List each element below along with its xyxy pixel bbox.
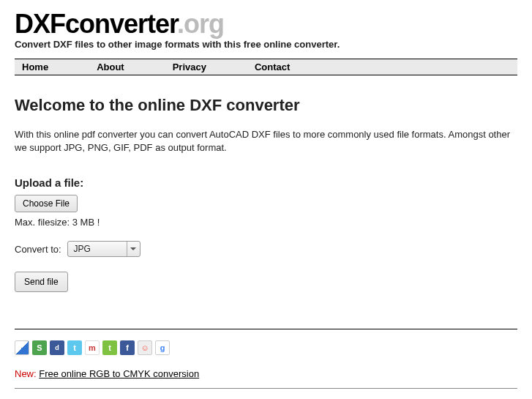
format-selected-value: JPG: [68, 244, 127, 254]
new-label: New:: [15, 368, 37, 379]
nav-home[interactable]: Home: [16, 61, 54, 72]
chevron-down-icon: [127, 242, 140, 256]
rgb-cmyk-link[interactable]: Free online RGB to CMYK conversion: [39, 368, 199, 379]
nav-privacy[interactable]: Privacy: [167, 61, 212, 72]
reddit-icon[interactable]: ☺: [138, 340, 152, 355]
nav-contact[interactable]: Contact: [249, 61, 296, 72]
social-share-row: S d t m t f ☺ g: [15, 340, 517, 355]
tagline: Convert DXF files to other image formats…: [15, 39, 517, 50]
stumbleupon-icon[interactable]: S: [32, 340, 47, 355]
site-logo: DXFconverter.org: [15, 11, 517, 37]
nav-about[interactable]: About: [91, 61, 130, 72]
technorati-icon[interactable]: t: [102, 340, 117, 355]
intro-text: With this online pdf converter you can c…: [15, 128, 517, 154]
logo-text-tld: .org: [177, 9, 224, 39]
facebook-icon[interactable]: f: [120, 340, 135, 355]
bottom-divider: [15, 388, 517, 389]
delicious-icon[interactable]: [15, 340, 29, 355]
send-file-button[interactable]: Send file: [15, 272, 68, 292]
digg-icon[interactable]: d: [50, 340, 64, 355]
mixx-icon[interactable]: m: [85, 340, 100, 355]
twitter-icon[interactable]: t: [67, 340, 82, 355]
convert-row: Convert to: JPG: [15, 241, 517, 257]
max-filesize-text: Max. filesize: 3 MB !: [15, 217, 517, 228]
logo-text-main: DXFconverter: [15, 9, 177, 39]
page-heading: Welcome to the online DXF converter: [15, 96, 517, 115]
divider: [15, 329, 517, 329]
main-nav: Home About Privacy Contact: [15, 59, 517, 75]
new-feature-line: New: Free online RGB to CMYK conversion: [15, 368, 517, 379]
convert-to-label: Convert to:: [15, 244, 61, 255]
upload-label: Upload a file:: [15, 176, 517, 189]
google-icon[interactable]: g: [155, 340, 170, 355]
format-select[interactable]: JPG: [67, 241, 141, 257]
choose-file-button[interactable]: Choose File: [15, 195, 78, 212]
